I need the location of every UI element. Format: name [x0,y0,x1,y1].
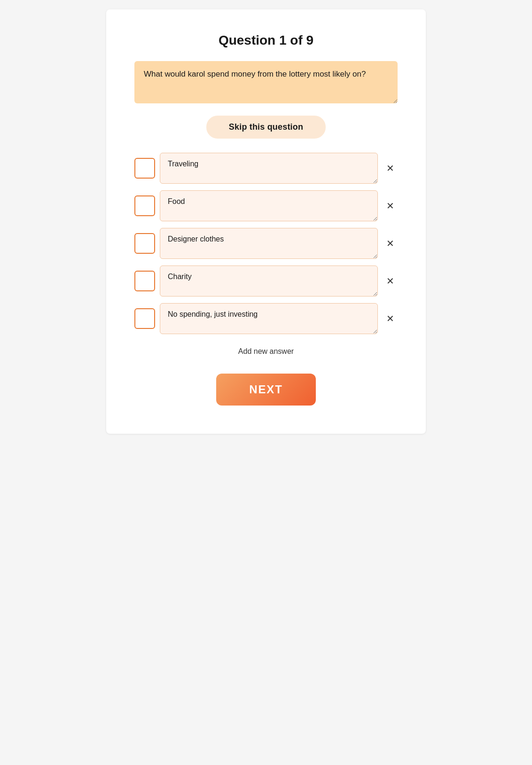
delete-answer-button-1[interactable]: ✕ [383,161,398,176]
answer-row: ✕ [134,303,398,334]
answer-checkbox-3[interactable] [134,233,155,254]
skip-button[interactable]: Skip this question [206,116,326,139]
add-new-answer-button[interactable]: Add new answer [134,343,398,359]
delete-answer-button-3[interactable]: ✕ [383,236,398,251]
answer-checkbox-1[interactable] [134,158,155,179]
question-textarea[interactable]: What would karol spend money from the lo… [134,61,398,103]
delete-answer-button-2[interactable]: ✕ [383,198,398,213]
answer-checkbox-5[interactable] [134,308,155,329]
next-button[interactable]: NEXT [216,374,316,406]
answer-row: ✕ [134,265,398,297]
answer-checkbox-4[interactable] [134,271,155,291]
answer-checkbox-2[interactable] [134,195,155,216]
answer-textarea-5[interactable] [160,303,378,334]
answers-section: ✕✕✕✕✕ [134,153,398,334]
answer-row: ✕ [134,190,398,221]
page-container: Question 1 of 9 What would karol spend m… [106,9,426,434]
delete-answer-button-5[interactable]: ✕ [383,311,398,326]
answer-textarea-1[interactable] [160,153,378,184]
answer-row: ✕ [134,228,398,259]
answer-row: ✕ [134,153,398,184]
page-title: Question 1 of 9 [134,33,398,48]
answer-textarea-4[interactable] [160,265,378,297]
answer-textarea-3[interactable] [160,228,378,259]
delete-answer-button-4[interactable]: ✕ [383,273,398,289]
answer-textarea-2[interactable] [160,190,378,221]
